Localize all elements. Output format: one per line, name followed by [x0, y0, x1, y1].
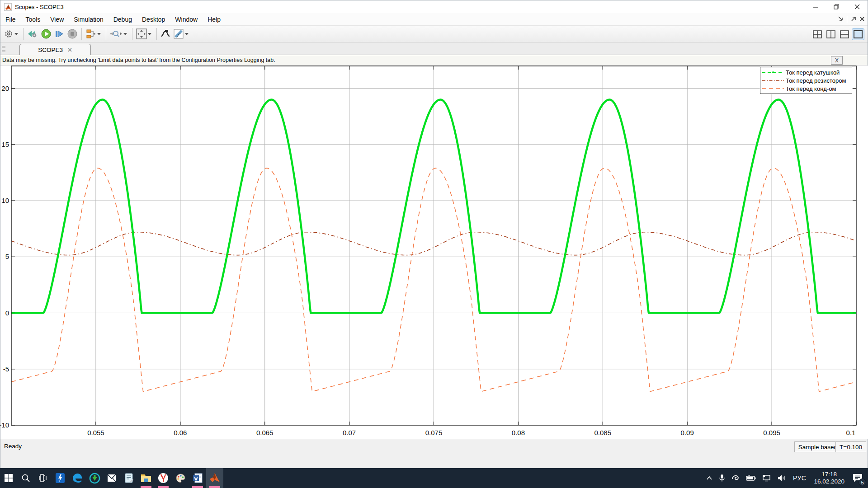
minimize-button[interactable]	[805, 0, 826, 13]
y-tick-label: 15	[1, 141, 9, 148]
title-bar[interactable]: Scopes - SCOPE3	[0, 0, 868, 13]
x-tick-label: 0.065	[256, 429, 274, 436]
tray-language-indicator[interactable]: РУС	[791, 468, 809, 488]
running-indicator	[209, 486, 220, 488]
taskbar-matlab-icon[interactable]	[206, 468, 223, 488]
taskbar-mail-icon[interactable]	[103, 468, 120, 488]
taskbar-app-lightning[interactable]	[52, 468, 69, 488]
task-view-icon[interactable]	[34, 468, 52, 488]
toolbar-separator	[81, 28, 82, 40]
tray-clock[interactable]: 17:1816.02.2020	[810, 468, 848, 488]
menu-debug[interactable]: Debug	[108, 14, 137, 25]
stop-button-icon[interactable]	[66, 28, 79, 40]
tray-microphone-icon[interactable]	[717, 468, 727, 488]
legend-label-capacitor: Ток перед конд-ом	[786, 85, 836, 92]
toolbar-separator	[156, 28, 157, 40]
taskbar-paint-icon[interactable]	[172, 468, 189, 488]
layout-grid-button[interactable]	[811, 29, 823, 40]
taskbar-notepad-icon[interactable]	[120, 468, 137, 488]
close-panel-icon[interactable]	[859, 15, 865, 23]
layout-vertical-split-button[interactable]	[825, 29, 837, 40]
menu-tools[interactable]: Tools	[21, 14, 46, 25]
close-button[interactable]	[847, 0, 868, 13]
menu-window[interactable]: Window	[170, 14, 203, 25]
search-icon[interactable]	[17, 468, 34, 488]
tray-battery-icon[interactable]	[744, 468, 758, 488]
taskbar-file-explorer-icon[interactable]	[137, 468, 155, 488]
legend-row-capacitor: Ток перед конд-ом	[760, 84, 852, 93]
tray-date: 16.02.2020	[814, 478, 844, 485]
dropdown-caret-icon[interactable]	[97, 33, 101, 35]
x-tick-label: 0.095	[763, 429, 780, 436]
x-tick-label: 0.085	[594, 429, 612, 436]
notification-center-icon[interactable]: 5	[850, 468, 865, 488]
legend-label-coil: Ток перед катушкой	[786, 69, 840, 76]
triggers-icon[interactable]	[159, 28, 172, 40]
dock-icon[interactable]	[838, 15, 844, 23]
y-tick-label: -5	[3, 365, 9, 373]
dropdown-caret-icon[interactable]	[123, 33, 127, 35]
warning-bar: Data may be missing. Try unchecking 'Lim…	[0, 55, 868, 66]
scope-plot-area[interactable]: 0.0550.060.0650.070.0750.080.0850.090.09…	[0, 66, 868, 439]
start-button[interactable]	[0, 468, 17, 488]
menu-desktop[interactable]: Desktop	[137, 14, 170, 25]
warning-close-button[interactable]: X	[831, 56, 843, 65]
y-tick-label: 5	[5, 253, 9, 260]
matlab-logo-icon	[4, 3, 12, 11]
legend[interactable]: Ток перед катушкой Ток перед резистором …	[760, 67, 852, 94]
scope-window: Scopes - SCOPE3 File Tools View Simulati…	[0, 0, 868, 468]
taskbar-app-downloader[interactable]	[86, 468, 103, 488]
menu-help[interactable]: Help	[203, 14, 226, 25]
menu-bar: File Tools View Simulation Debug Desktop…	[0, 13, 868, 26]
status-sample-mode: Sample based	[794, 441, 841, 452]
tray-network-icon[interactable]	[760, 468, 774, 488]
layout-horizontal-split-button[interactable]	[839, 29, 850, 40]
layout-single-button[interactable]	[852, 29, 864, 40]
toolbar-separator	[106, 28, 106, 40]
dropdown-caret-icon[interactable]	[185, 33, 189, 35]
restore-button[interactable]	[826, 0, 847, 13]
legend-line-capacitor-icon	[760, 85, 786, 92]
x-tick-label: 0.09	[681, 429, 694, 436]
highlight-block-icon[interactable]	[84, 28, 104, 40]
tray-app-swirl-icon[interactable]	[729, 468, 742, 488]
status-sim-time: T=0.100	[835, 441, 866, 452]
dropdown-caret-icon[interactable]	[14, 33, 18, 35]
tab-close-icon[interactable]: ✕	[67, 47, 72, 53]
step-forward-icon[interactable]	[53, 28, 66, 40]
window-title: Scopes - SCOPE3	[15, 4, 64, 10]
menubar-separator	[847, 16, 847, 23]
tab-strip: SCOPE3 ✕	[0, 42, 868, 55]
toolbar-separator	[23, 28, 24, 40]
undock-icon[interactable]	[850, 15, 856, 23]
tabstrip-grip-handle[interactable]	[2, 45, 5, 53]
running-indicator	[141, 486, 151, 488]
run-button-icon[interactable]	[39, 28, 53, 40]
system-tray: РУС 17:1816.02.2020 5	[704, 468, 868, 488]
toolbar-separator	[132, 28, 132, 40]
status-ready-text: Ready	[4, 443, 22, 450]
back-to-simulink-icon[interactable]	[26, 28, 39, 40]
x-tick-label: 0.08	[512, 429, 525, 436]
tray-chevron-icon[interactable]	[704, 468, 715, 488]
taskbar-word-icon[interactable]	[189, 468, 206, 488]
tray-volume-icon[interactable]	[775, 468, 789, 488]
windows-taskbar: РУС 17:1816.02.2020 5	[0, 468, 868, 488]
y-tick-label: 0	[5, 309, 9, 317]
config-properties-gear-icon[interactable]	[2, 28, 21, 40]
menu-view[interactable]: View	[45, 14, 69, 25]
taskbar-edge-icon[interactable]	[69, 468, 86, 488]
scope-plot-svg[interactable]: 0.0550.060.0650.070.0750.080.0850.090.09…	[0, 66, 868, 439]
dropdown-caret-icon[interactable]	[148, 33, 151, 35]
menu-file[interactable]: File	[0, 14, 21, 25]
x-tick-label: 0.06	[174, 429, 187, 436]
y-tick-label: 20	[1, 84, 9, 92]
taskbar-yandex-icon[interactable]	[155, 468, 172, 488]
legend-label-resistor: Ток перед резистором	[786, 77, 846, 84]
fit-to-view-icon[interactable]	[135, 28, 154, 40]
running-indicator	[158, 486, 169, 488]
cursor-measurements-icon[interactable]	[172, 28, 191, 40]
tab-scope3[interactable]: SCOPE3 ✕	[19, 44, 91, 55]
menu-simulation[interactable]: Simulation	[69, 14, 108, 25]
zoom-x-icon[interactable]	[108, 28, 130, 40]
